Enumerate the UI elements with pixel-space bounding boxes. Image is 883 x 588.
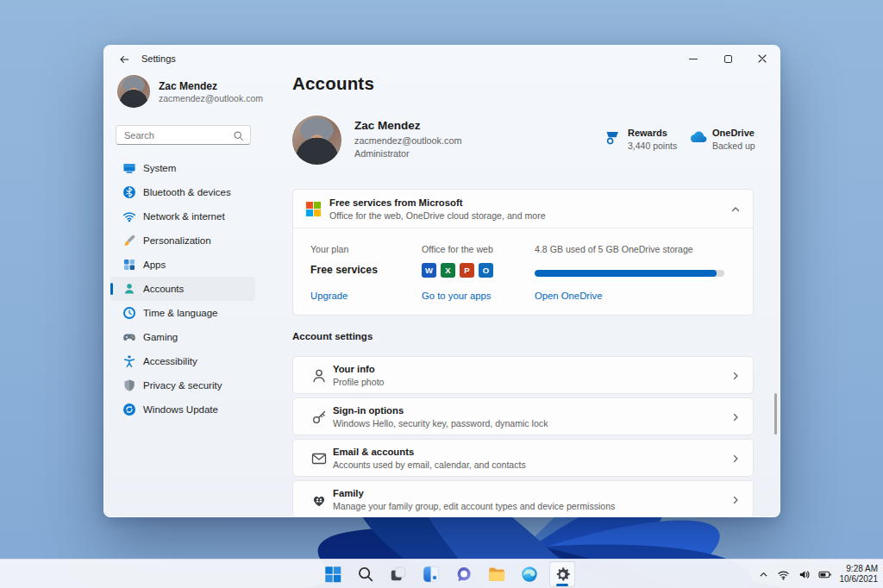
network-icon: [122, 210, 136, 223]
profile-avatar: [292, 116, 341, 165]
word-icon: W: [422, 263, 436, 278]
sidebar-user-chip[interactable]: Zac Mendez zacmendez@outlook.com: [117, 75, 150, 108]
file-explorer-icon: [487, 565, 506, 584]
sidebar-item-bluetooth-devices[interactable]: Bluetooth & devices: [110, 180, 255, 204]
key-icon: [310, 409, 328, 426]
family-row[interactable]: Family Manage your family group, edit ac…: [292, 480, 754, 517]
search-icon: [233, 130, 244, 141]
close-icon: [758, 54, 767, 63]
page-title: Accounts: [292, 73, 374, 94]
privacy-icon: [122, 378, 136, 392]
mail-icon: [310, 450, 328, 467]
task-view-button[interactable]: [385, 561, 411, 587]
window-title: Settings: [141, 53, 176, 64]
storage-label: 4.8 GB used of 5 GB OneDrive storage: [535, 244, 693, 254]
chevron-right-icon: [730, 454, 741, 464]
email-accounts-row[interactable]: Email & accounts Accounts used by email,…: [292, 439, 754, 477]
outlook-icon: O: [479, 263, 493, 278]
back-button[interactable]: [113, 50, 135, 68]
back-arrow-icon: [118, 53, 130, 66]
sidebar-avatar: [117, 75, 150, 108]
sidebar-item-gaming[interactable]: Gaming: [110, 325, 255, 349]
search-box: [116, 125, 251, 145]
office-apps: W X P O: [422, 263, 493, 278]
system-tray: 9:28 AM 10/6/2021: [758, 560, 879, 588]
personalization-icon: [122, 234, 136, 247]
settings-taskbar-button[interactable]: [549, 561, 575, 587]
wifi-icon[interactable]: [777, 568, 790, 581]
account-settings-header: Account settings: [292, 331, 373, 341]
powerpoint-icon: P: [460, 263, 474, 278]
minimize-icon: [689, 59, 698, 59]
go-to-apps-link[interactable]: Go to your apps: [422, 291, 491, 301]
free-services-body: Your plan Free services Upgrade Office f…: [293, 228, 753, 315]
person-icon: [310, 367, 328, 385]
onedrive-storage-bar: [535, 270, 724, 277]
active-app-indicator: [556, 584, 568, 586]
sidebar-item-accessibility[interactable]: Accessibility: [110, 349, 255, 373]
free-services-card: Free services from Microsoft Office for …: [292, 189, 754, 316]
close-button[interactable]: [745, 46, 780, 72]
taskbar-icons: [320, 560, 575, 588]
volume-icon[interactable]: [798, 568, 811, 581]
edge-icon: [520, 565, 539, 584]
windows-update-icon: [122, 403, 136, 416]
widgets-button[interactable]: [418, 561, 444, 587]
gaming-icon: [122, 330, 136, 344]
scrollbar-thumb[interactable]: [774, 393, 777, 435]
onedrive-storage-fill: [535, 270, 717, 277]
chevron-right-icon: [730, 412, 741, 422]
taskbar-search-icon: [356, 565, 375, 584]
task-view-icon: [389, 565, 408, 584]
free-services-expander[interactable]: Free services from Microsoft Office for …: [293, 190, 753, 228]
search-input[interactable]: [116, 126, 250, 144]
clock-date: 10/6/2021: [840, 574, 879, 585]
your-info-row[interactable]: Your info Profile photo: [292, 356, 754, 394]
sidebar-item-privacy-security[interactable]: Privacy & security: [110, 373, 255, 397]
settings-window: Settings Zac Mendez zacmendez@outlook.co…: [103, 45, 780, 517]
maximize-icon: [724, 55, 732, 63]
sidebar-user-name: Zac Mendez: [159, 80, 279, 92]
sidebar-item-time-language[interactable]: Time & language: [110, 301, 255, 325]
open-onedrive-link[interactable]: Open OneDrive: [535, 291, 603, 301]
rewards-icon: [603, 129, 622, 148]
chat-button[interactable]: [451, 561, 477, 587]
sidebar-item-network-internet[interactable]: Network & internet: [110, 204, 255, 228]
start-icon: [323, 565, 342, 584]
taskbar-search-button[interactable]: [353, 561, 379, 587]
profile-email: zacmendez@outlook.com: [354, 135, 461, 146]
apps-icon: [122, 258, 136, 272]
upgrade-link[interactable]: Upgrade: [310, 291, 348, 301]
taskbar: 9:28 AM 10/6/2021: [0, 559, 883, 588]
sidebar-item-personalization[interactable]: Personalization: [110, 228, 255, 253]
chevron-up-icon[interactable]: [758, 569, 769, 580]
onedrive-icon: [687, 129, 708, 144]
chevron-right-icon: [730, 371, 741, 381]
taskbar-clock[interactable]: 9:28 AM 10/6/2021: [840, 564, 879, 585]
start-button[interactable]: [320, 561, 346, 587]
edge-button[interactable]: [517, 561, 542, 587]
titlebar: Settings: [104, 46, 780, 72]
microsoft-logo-icon: [306, 202, 321, 216]
time-language-icon: [122, 306, 136, 320]
sidebar-item-windows-update[interactable]: Windows Update: [110, 397, 255, 422]
sidebar-user-email: zacmendez@outlook.com: [159, 93, 288, 103]
chevron-up-icon: [730, 204, 741, 215]
sidebar-item-system[interactable]: System: [110, 156, 255, 180]
maximize-button[interactable]: [711, 46, 745, 72]
sidebar-item-accounts[interactable]: Accounts: [110, 277, 255, 301]
plan-value: Free services: [310, 264, 378, 276]
plan-label: Your plan: [310, 244, 348, 254]
profile-name: Zac Mendez: [354, 119, 421, 132]
sign-in-options-row[interactable]: Sign-in options Windows Hello, security …: [292, 397, 754, 435]
minimize-button[interactable]: [676, 46, 711, 72]
settings-gear-icon: [554, 566, 572, 584]
file-explorer-button[interactable]: [484, 561, 510, 587]
office-label: Office for the web: [422, 244, 493, 254]
bluetooth-icon: [122, 185, 136, 199]
chat-icon: [454, 565, 473, 584]
system-icon: [122, 161, 136, 175]
clock-time: 9:28 AM: [840, 564, 879, 574]
sidebar-item-apps[interactable]: Apps: [110, 253, 255, 277]
battery-icon[interactable]: [818, 568, 832, 581]
